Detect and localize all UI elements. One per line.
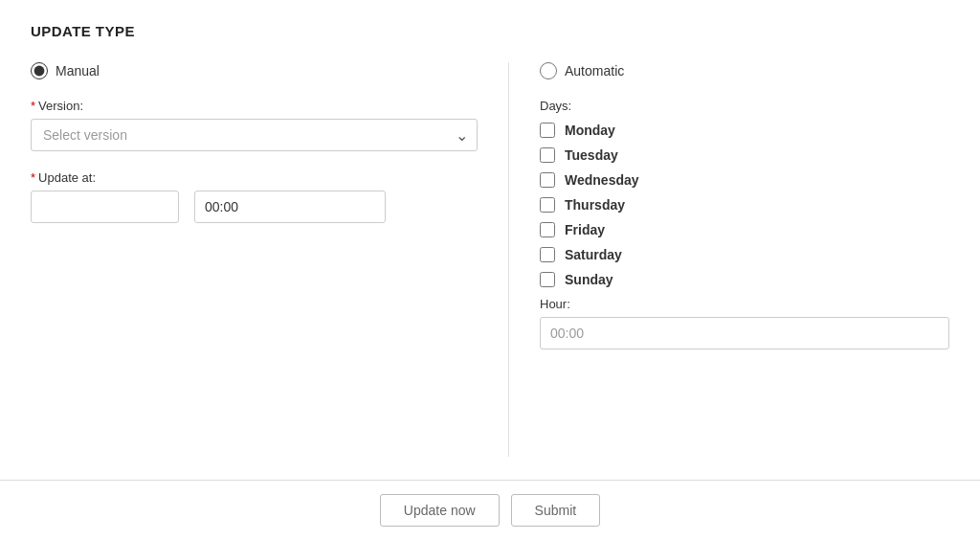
manual-radio-text: Manual xyxy=(56,63,100,79)
thursday-label: Thursday xyxy=(565,197,625,213)
tuesday-checkbox[interactable] xyxy=(540,147,555,163)
left-column: Manual *Version: Select version ⌄ *Updat… xyxy=(31,62,509,457)
manual-radio-row: Manual xyxy=(31,62,478,79)
friday-label: Friday xyxy=(565,222,605,237)
manual-radio-input[interactable] xyxy=(31,62,48,79)
saturday-label: Saturday xyxy=(565,247,622,262)
two-column-layout: Manual *Version: Select version ⌄ *Updat… xyxy=(31,62,949,457)
day-row-friday: Friday xyxy=(540,222,949,237)
friday-checkbox[interactable] xyxy=(540,222,555,237)
monday-label: Monday xyxy=(565,123,615,138)
day-row-monday: Monday xyxy=(540,123,949,138)
day-row-thursday: Thursday xyxy=(540,197,949,213)
version-select-wrapper: Select version ⌄ xyxy=(31,119,478,151)
time-input[interactable] xyxy=(194,191,386,223)
main-content: UPDATE TYPE Manual *Version: Select vers… xyxy=(0,0,980,480)
day-row-wednesday: Wednesday xyxy=(540,172,949,188)
sunday-checkbox[interactable] xyxy=(540,272,555,287)
hour-label: Hour: xyxy=(540,297,949,311)
sunday-label: Sunday xyxy=(565,272,613,287)
update-at-label: *Update at: xyxy=(31,170,478,185)
right-column: Automatic Days: Monday Tuesday Wednesday… xyxy=(509,62,949,457)
saturday-checkbox[interactable] xyxy=(540,247,555,262)
version-select[interactable]: Select version xyxy=(31,119,478,151)
automatic-radio-input[interactable] xyxy=(540,62,557,79)
wednesday-label: Wednesday xyxy=(565,172,639,188)
wednesday-checkbox[interactable] xyxy=(540,172,555,188)
days-label: Days: xyxy=(540,99,949,113)
version-label: *Version: xyxy=(31,99,478,113)
monday-checkbox[interactable] xyxy=(540,123,555,138)
day-row-tuesday: Tuesday xyxy=(540,147,949,163)
section-title: UPDATE TYPE xyxy=(31,23,949,39)
update-now-button[interactable]: Update now xyxy=(380,494,500,527)
submit-button[interactable]: Submit xyxy=(511,494,601,527)
update-at-row xyxy=(31,191,478,223)
thursday-checkbox[interactable] xyxy=(540,197,555,213)
automatic-radio-row: Automatic xyxy=(540,62,949,79)
hour-input[interactable] xyxy=(540,317,949,349)
automatic-radio-label[interactable]: Automatic xyxy=(540,62,624,79)
manual-radio-label[interactable]: Manual xyxy=(31,62,100,79)
date-input[interactable] xyxy=(31,191,179,223)
version-required-star: * xyxy=(31,99,35,113)
update-at-required-star: * xyxy=(31,170,35,185)
automatic-radio-text: Automatic xyxy=(565,63,624,79)
footer-bar: Update now Submit xyxy=(0,480,980,540)
tuesday-label: Tuesday xyxy=(565,147,618,163)
day-row-sunday: Sunday xyxy=(540,272,949,287)
day-row-saturday: Saturday xyxy=(540,247,949,262)
